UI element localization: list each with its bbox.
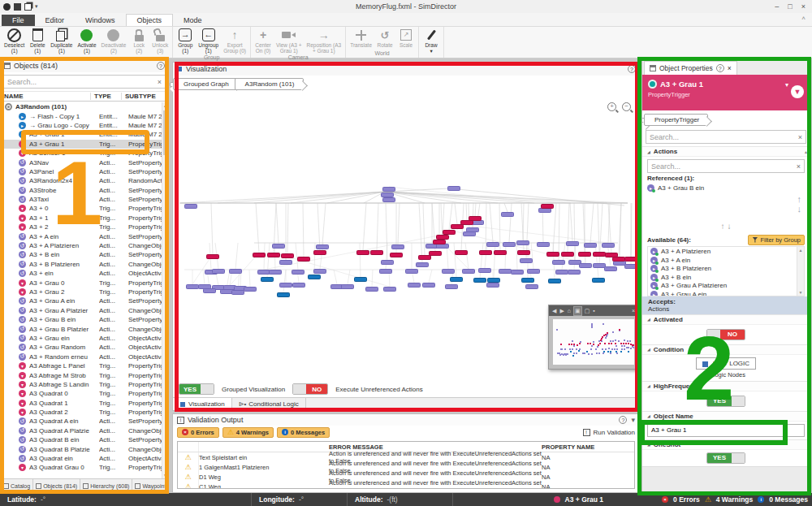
available-action-item[interactable]: A3 + Grau A Platzieren [650, 282, 794, 291]
graph-node[interactable] [478, 268, 491, 273]
ribbon-button[interactable]: View (A3 +Grau 1) [274, 27, 304, 54]
graph-node[interactable] [527, 269, 540, 274]
graph-node[interactable] [555, 270, 568, 275]
graph-node[interactable] [602, 243, 615, 248]
graph-node[interactable] [354, 277, 367, 282]
ribbon-tab[interactable]: File [2, 15, 35, 26]
filter-by-group-button[interactable]: Filter by Group [748, 235, 805, 245]
table-row[interactable]: A3Random (101) [1, 102, 162, 111]
table-row[interactable]: A3 Quadrat 1 Trig... PropertyTrigger [1, 399, 162, 408]
table-row[interactable]: A3 + ein Acti... ObjectActivation... [1, 269, 162, 278]
graph-node[interactable] [261, 277, 274, 282]
graph-node[interactable] [279, 283, 292, 288]
breadcrumb-item[interactable]: A3Random (101) [235, 78, 304, 90]
table-row[interactable]: → Grau Logo - Copy Entit... Maule M7 260… [1, 121, 162, 130]
graph-node[interactable] [292, 283, 305, 288]
grouped-visualization-toggle[interactable]: YES [179, 383, 214, 395]
graph-node[interactable] [381, 260, 394, 265]
graph-node[interactable] [561, 252, 574, 257]
table-row[interactable]: A3 + Random erneu Acti... ObjectActivati… [1, 352, 162, 361]
graph-node[interactable] [592, 278, 605, 283]
table-row[interactable]: A3 Abfrage L Panel Trig... PropertyTrigg… [1, 361, 162, 370]
graph-node[interactable] [584, 243, 597, 248]
graph-node[interactable] [486, 283, 499, 288]
scroll-down-icon[interactable]: ▼ [162, 473, 168, 478]
graph-node[interactable] [552, 260, 565, 265]
table-row[interactable]: A3Random2x4 Acti... RandomAction [1, 176, 162, 185]
ribbon-tab[interactable]: Editor [35, 15, 76, 26]
ribbon-button[interactable]: Deselect(1) [2, 27, 27, 54]
reorder-up-icon[interactable]: ↑ [721, 222, 725, 231]
ribbon-button[interactable]: Delete(1) [27, 27, 48, 54]
graph-node[interactable] [473, 278, 486, 283]
graph-node[interactable] [541, 204, 554, 209]
table-row[interactable]: A3 + Grau 0 Trig... PropertyTrigger [1, 278, 162, 287]
graph-node[interactable] [433, 240, 446, 244]
reorder-down-icon[interactable]: ↓ [727, 222, 731, 231]
validation-row[interactable]: ⚠ C1 Weg Action is unreferenced and will… [178, 482, 634, 489]
ribbon-button[interactable]: Group(1) [175, 27, 196, 54]
help-icon[interactable]: ? [628, 65, 636, 73]
graph-node[interactable] [292, 270, 304, 275]
ribbon-button[interactable]: Activate(1) [75, 27, 98, 54]
graph-node[interactable] [624, 257, 637, 262]
ribbon-button[interactable]: CenterOn (0) [253, 27, 274, 54]
move-down-icon[interactable]: ↓ [797, 204, 802, 214]
minimap-view[interactable] [553, 319, 634, 365]
table-row[interactable]: A3 + A ein Acti... SetPropertyAction [1, 231, 162, 240]
section-highfrequency[interactable]: ◢ HighFrequency [642, 381, 810, 391]
objects-column-headers[interactable]: NAME TYPE SUBTYPE [1, 91, 168, 102]
graph-node[interactable] [525, 284, 538, 289]
table-row[interactable]: A3 Abfrage S Landin Trig... PropertyTrig… [1, 380, 162, 389]
table-row[interactable]: A3 + Grau 2 Trig... PropertyTrigger [1, 288, 162, 296]
table-row[interactable]: A3Taxi Acti... SetPropertyAction [1, 195, 162, 204]
panel-tab[interactable]: Objects (814) [33, 479, 80, 492]
graph-node[interactable] [537, 242, 550, 247]
clear-search-icon[interactable]: × [798, 133, 802, 141]
graph-node[interactable] [244, 287, 257, 292]
graph-node[interactable] [451, 224, 464, 229]
section-oneshot[interactable]: ◢ OneShot [642, 439, 810, 450]
ribbon-button[interactable]: Translate [348, 27, 374, 50]
table-row[interactable]: A3 Quadrat Grau 0 Trig... PropertyTrigge… [1, 463, 162, 472]
graph-node[interactable] [408, 283, 421, 288]
ribbon-button[interactable]: Lock(2) [128, 27, 149, 54]
graph-node[interactable] [521, 278, 534, 283]
graph-node[interactable] [308, 275, 321, 279]
graph-node[interactable] [511, 270, 524, 275]
help-icon[interactable]: ? [716, 64, 724, 72]
ribbon-tab[interactable]: Mode [173, 15, 213, 26]
edit-logic-button[interactable]: EDIT LOGIC [696, 357, 756, 370]
ribbon-button[interactable]: Deactivate(2) [99, 27, 129, 54]
graph-node[interactable] [501, 212, 514, 217]
available-action-item[interactable]: A3 + Grau A ein [650, 290, 794, 296]
graph-node[interactable] [281, 253, 294, 258]
chevron-down-icon[interactable]: ▾ [631, 416, 635, 424]
execute-unreferenced-toggle[interactable]: NO [292, 383, 328, 395]
graph-node[interactable] [422, 283, 435, 288]
graph-canvas[interactable]: + − ◀▶⌂▣▢▪ × [173, 93, 639, 381]
table-row[interactable]: A3 Sender 1 Trig... PropertyTrigger [1, 149, 162, 158]
maximize-button[interactable]: □ [788, 2, 792, 11]
warnings-filter-chip[interactable]: ⚠ 4 Warnings [222, 427, 274, 438]
graph-node[interactable] [462, 269, 475, 274]
graph-node[interactable] [520, 258, 533, 263]
graph-node[interactable] [269, 270, 282, 275]
table-row[interactable]: A3 Abfrage M Strob Trig... PropertyTrigg… [1, 370, 162, 379]
objects-scrollbar[interactable]: ▲ ▼ [162, 102, 168, 478]
objects-search[interactable]: × [3, 75, 166, 89]
graph-node[interactable] [447, 186, 460, 191]
table-row[interactable]: A3 + A Platzieren Acti... ChangeObjectPl… [1, 241, 162, 250]
table-row[interactable]: A3Nav Acti... SetPropertyAction [1, 158, 162, 167]
scroll-up-icon[interactable]: ▲ [162, 103, 168, 108]
minimap-icon[interactable]: ▶ [559, 307, 564, 315]
graph-node[interactable] [379, 269, 392, 274]
move-up-icon[interactable]: ↑ [797, 194, 802, 204]
scroll-thumb[interactable] [163, 110, 167, 155]
section-object-name[interactable]: ◢ Object Name [642, 411, 810, 422]
graph-node[interactable] [184, 204, 197, 209]
ribbon-button[interactable]: Unlock(3) [149, 27, 171, 54]
activated-toggle[interactable]: NO [706, 329, 745, 340]
graph-node[interactable] [272, 244, 285, 249]
section-activated[interactable]: ◢ Activated [642, 314, 810, 325]
